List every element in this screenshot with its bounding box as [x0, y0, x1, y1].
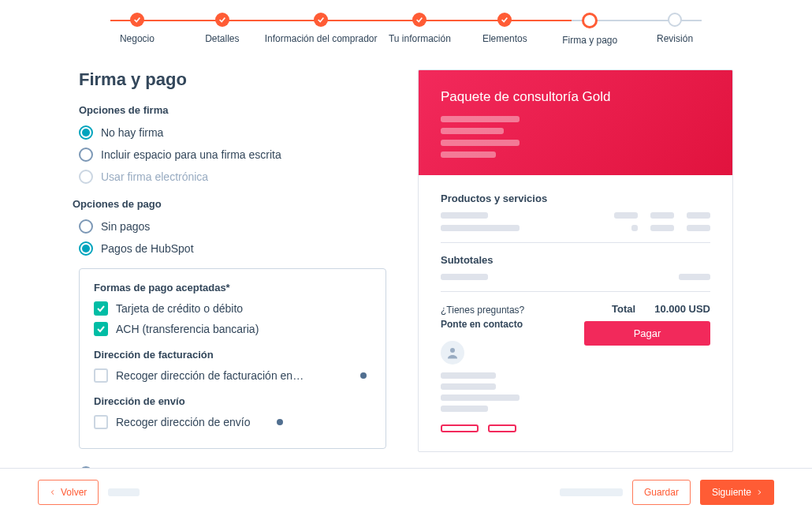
page-title: Firma y pago [79, 69, 386, 90]
progress-stepper: Negocio Detalles Información del comprad… [0, 0, 812, 54]
checkbox-shipping-address[interactable]: Recoger dirección de envío [94, 415, 371, 429]
radio-no-payments[interactable]: Sin pagos [79, 219, 386, 234]
placeholder [650, 212, 674, 219]
billing-address-label: Dirección de facturación [94, 349, 371, 361]
step-tu-informacion[interactable]: Tu información [377, 13, 462, 44]
placeholder-button [488, 424, 516, 432]
checkbox-ach[interactable]: ACH (transferencia bancaria) [94, 322, 371, 336]
hubspot-payment-settings: Formas de pago aceptadas* Tarjeta de cré… [79, 268, 386, 449]
svg-point-0 [450, 348, 455, 353]
total-value: 10.000 USD [654, 303, 710, 315]
placeholder [441, 372, 496, 379]
placeholder [441, 394, 520, 401]
checkbox-icon [94, 368, 108, 383]
radio-no-signature[interactable]: No hay firma [79, 125, 386, 140]
step-informacion-comprador[interactable]: Información del comprador [265, 13, 378, 44]
chevron-right-icon [756, 489, 762, 495]
step-elementos[interactable]: Elementos [462, 13, 547, 44]
radio-icon [79, 125, 93, 140]
back-button[interactable]: Volver [38, 480, 99, 505]
placeholder [631, 225, 638, 231]
check-icon [215, 13, 229, 27]
radio-icon [79, 170, 93, 184]
check-icon [314, 13, 328, 27]
radio-icon [79, 148, 93, 162]
placeholder [650, 225, 674, 231]
pay-button[interactable]: Pagar [584, 321, 710, 346]
placeholder [441, 225, 520, 231]
placeholder [441, 128, 504, 134]
step-revision[interactable]: Revisión [632, 13, 717, 44]
radio-electronic-signature: Usar firma electrónica [79, 170, 386, 184]
placeholder [441, 383, 496, 390]
accepted-payments-label: Formas de pago aceptadas* [94, 282, 371, 294]
subtotals-label: Subtotales [441, 254, 710, 266]
placeholder [441, 151, 496, 158]
placeholder [441, 406, 488, 412]
placeholder [441, 140, 520, 146]
check-icon [94, 322, 108, 336]
shipping-address-label: Dirección de envío [94, 395, 371, 407]
next-button[interactable]: Siguiente [700, 480, 774, 505]
radio-icon [79, 241, 93, 256]
check-icon [130, 13, 144, 27]
checkbox-icon [94, 415, 108, 429]
placeholder-button [441, 424, 479, 432]
placeholder [441, 212, 488, 219]
check-icon [497, 13, 512, 27]
questions-text: ¿Tienes preguntas? [441, 303, 568, 317]
placeholder [679, 274, 710, 280]
total-label: Total [612, 303, 635, 315]
products-label: Productos y servicios [441, 193, 710, 204]
radio-written-signature[interactable]: Incluir espacio para una firma escrita [79, 148, 386, 162]
placeholder [108, 488, 140, 496]
placeholder [687, 225, 710, 231]
checkbox-card[interactable]: Tarjeta de crédito o débito [94, 301, 371, 316]
avatar-icon [441, 341, 464, 365]
info-icon[interactable] [360, 372, 367, 379]
placeholder [441, 274, 488, 280]
save-button[interactable]: Guardar [632, 480, 691, 505]
footer-bar: Volver Guardar Siguiente [0, 468, 812, 516]
signature-options-label: Opciones de firma [79, 104, 386, 116]
step-negocio[interactable]: Negocio [95, 13, 180, 44]
placeholder [441, 116, 520, 122]
step-current-icon [582, 13, 598, 28]
contact-text: Ponte en contacto [441, 317, 568, 331]
placeholder [560, 488, 623, 496]
chevron-left-icon [50, 489, 56, 495]
step-detalles[interactable]: Detalles [180, 13, 265, 44]
radio-icon [79, 219, 93, 234]
step-future-icon [668, 13, 682, 27]
check-icon [412, 13, 426, 27]
info-icon[interactable] [277, 419, 283, 425]
placeholder [614, 212, 638, 219]
radio-hubspot-payments[interactable]: Pagos de HubSpot [79, 241, 386, 256]
placeholder [687, 212, 710, 219]
preview-title: Paquete de consultoría Gold [441, 89, 710, 105]
check-icon [94, 301, 108, 316]
quote-preview: Paquete de consultoría Gold Productos y … [418, 69, 733, 452]
payment-options-label: Opciones de pago [73, 198, 386, 210]
checkbox-billing-address[interactable]: Recoger dirección de facturación en comp… [94, 368, 371, 383]
step-firma-y-pago[interactable]: Firma y pago [547, 13, 632, 46]
